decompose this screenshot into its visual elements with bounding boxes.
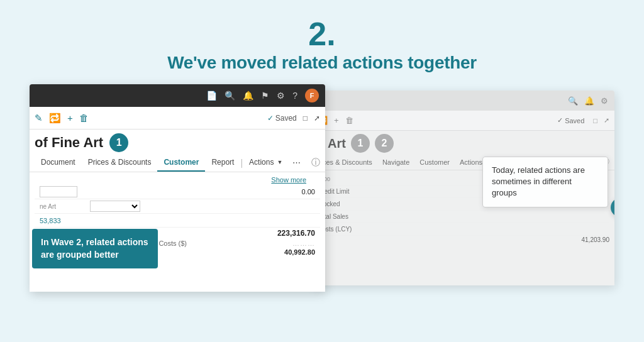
right-badge-2: 2 xyxy=(375,134,394,153)
tab-prices-discounts[interactable]: Prices & Discounts xyxy=(82,153,158,172)
step-number: 2. xyxy=(0,18,644,50)
fullscreen-icon[interactable]: ➚ xyxy=(314,114,320,123)
show-more-link[interactable]: Show more xyxy=(271,176,306,184)
right-fullscreen-icon[interactable]: ➚ xyxy=(604,116,609,124)
cost-amount: 40,992.80 xyxy=(284,248,315,256)
right-blocked-label: Blocked xyxy=(318,201,368,207)
right-table-row: Costs (LCY) xyxy=(318,223,609,236)
tab-document[interactable]: Document xyxy=(35,153,82,172)
right-tab-prices[interactable]: ces & Discounts xyxy=(318,154,377,170)
share-icon[interactable]: 🔁 xyxy=(49,113,61,124)
right-add-icon[interactable]: + xyxy=(334,116,339,125)
fine-art-value: 53,833 xyxy=(40,217,315,224)
right-badge-1: 1 xyxy=(351,134,370,153)
right-expand-icon[interactable]: □ xyxy=(593,117,597,124)
gear-icon[interactable]: ⚙ xyxy=(277,91,285,101)
screenshots-container: 📄 🔍 🔔 ⚑ ⚙ ? F ✎ 🔁 + 🗑 ✓ Saved □ ➚ of Fin… xyxy=(0,84,644,292)
right-sales-label: Total Sales xyxy=(318,213,368,220)
cost-dots: ……… xyxy=(292,240,315,247)
add-icon[interactable]: + xyxy=(67,113,73,123)
main-title: We've moved related actions together xyxy=(0,53,644,73)
step-badge-1: 1 xyxy=(109,133,128,152)
field-value: 0.00 xyxy=(77,188,315,196)
page-header: 2. We've moved related actions together xyxy=(0,0,644,84)
right-total-row: 41,203.90 xyxy=(318,236,609,244)
right-tab-navigate[interactable]: Navigate xyxy=(377,154,414,170)
right-gear-icon[interactable]: ⚙ xyxy=(601,96,608,106)
field-input[interactable] xyxy=(40,186,77,197)
delete-icon[interactable]: 🗑 xyxy=(79,113,89,123)
chevron-down-icon: ▼ xyxy=(277,159,282,165)
show-more-row: Show more xyxy=(30,175,325,185)
flag-icon[interactable]: ⚑ xyxy=(261,91,269,101)
right-delete-icon[interactable]: 🗑 xyxy=(345,116,353,125)
main-amount: 223,316.70 xyxy=(277,229,315,238)
table-row: ne Art xyxy=(35,199,320,214)
tab-report[interactable]: Report xyxy=(205,153,240,172)
page-title-row: of Fine Art 1 xyxy=(30,130,325,153)
left-tooltip: In Wave 2, related actions are grouped b… xyxy=(32,229,158,268)
tab-customer[interactable]: Customer xyxy=(157,153,205,172)
right-page-title-row: e Art 1 2 xyxy=(313,131,614,154)
right-search-icon[interactable]: 🔍 xyxy=(568,96,578,106)
right-tooltip: Today, related actions are sometimes in … xyxy=(482,157,608,207)
expand-icon[interactable]: □ xyxy=(303,114,308,123)
menu-tabs: Document Prices & Discounts Customer Rep… xyxy=(30,153,325,172)
right-nav-bar: 🔍 🔔 ⚙ xyxy=(313,91,614,111)
sub-nav-bar: ✎ 🔁 + 🗑 ✓ Saved □ ➚ xyxy=(30,107,325,130)
right-screenshot: 🔍 🔔 ⚙ 🔁 + 🗑 ✓ Saved □ ➚ e Art 1 2 ces & … xyxy=(313,91,614,285)
right-bell-icon[interactable]: 🔔 xyxy=(584,96,594,106)
page-title: of Fine Art xyxy=(35,135,103,151)
right-tab-customer[interactable]: Customer xyxy=(414,154,455,170)
right-checkmark: ✓ xyxy=(557,116,563,124)
right-sub-nav: 🔁 + 🗑 ✓ Saved □ ➚ xyxy=(313,111,614,131)
info-icon[interactable]: ⓘ xyxy=(311,157,320,168)
right-table-row: Total Sales xyxy=(318,211,609,223)
row-select[interactable] xyxy=(90,201,140,212)
right-credit-label: Credit Limit xyxy=(318,188,368,195)
right-costs-label: Costs (LCY) xyxy=(318,226,368,233)
document-icon[interactable]: 📄 xyxy=(206,91,217,101)
tab-actions[interactable]: Actions ▼ xyxy=(243,153,289,172)
content-area: Show more 0.00 ne Art 53,833 xyxy=(30,172,325,268)
right-saved-status: ✓ Saved xyxy=(557,116,584,124)
left-screenshot: 📄 🔍 🔔 ⚑ ⚙ ? F ✎ 🔁 + 🗑 ✓ Saved □ ➚ of Fin… xyxy=(30,84,325,292)
more-options[interactable]: ⋯ xyxy=(289,158,304,167)
table-row: 53,833 xyxy=(35,214,320,228)
search-icon[interactable]: 🔍 xyxy=(225,91,235,101)
saved-status: ✓ Saved xyxy=(267,114,297,123)
top-nav-bar: 📄 🔍 🔔 ⚑ ⚙ ? F xyxy=(30,84,325,107)
help-icon[interactable]: ? xyxy=(292,91,297,101)
checkmark-icon: ✓ xyxy=(267,114,274,123)
row-label: ne Art xyxy=(40,203,90,210)
cost-type: Costs ($) xyxy=(158,240,187,247)
table-row: 0.00 xyxy=(35,185,320,199)
user-avatar[interactable]: F xyxy=(305,89,319,102)
right-content: 1000 Credit Limit Blocked Total Sales Co… xyxy=(313,170,614,246)
edit-icon[interactable]: ✎ xyxy=(35,113,43,124)
bell-icon[interactable]: 🔔 xyxy=(243,91,253,101)
